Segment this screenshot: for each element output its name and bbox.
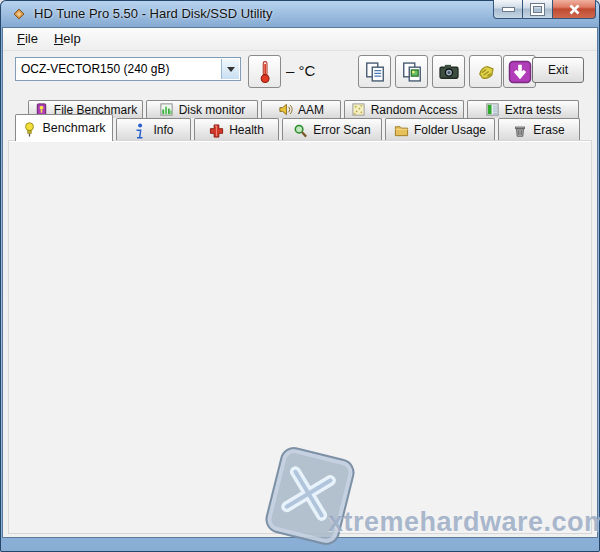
maximize-button[interactable]: [523, 0, 553, 19]
copy-pages-icon: [364, 61, 386, 83]
tab-folder-usage[interactable]: Folder Usage: [385, 118, 495, 141]
folder-icon: [394, 123, 409, 138]
menu-item-file[interactable]: File: [9, 28, 46, 46]
hdtune-logo-icon: [12, 7, 26, 21]
temperature-button[interactable]: [248, 55, 281, 88]
exit-button[interactable]: Exit: [532, 57, 584, 83]
copy-image-button[interactable]: [395, 55, 428, 88]
minimize-icon: [503, 8, 514, 11]
temperature-value: –: [286, 62, 294, 79]
tab-label: Benchmark: [42, 121, 105, 135]
watermark-text: xtremehardware.com: [328, 507, 600, 538]
temperature-display: – °C: [286, 62, 315, 79]
tab-info[interactable]: Info: [116, 118, 191, 141]
tab-label: Error Scan: [313, 123, 370, 137]
menu-item-help[interactable]: Help: [46, 28, 89, 46]
title-bar[interactable]: HD Tune Pro 5.50 - Hard Disk/SSD Utility: [0, 0, 600, 28]
extra-tests-icon: [485, 102, 500, 117]
minimize-button[interactable]: [493, 0, 523, 19]
screenshot-button[interactable]: [432, 55, 465, 88]
sparkplug-icon: [22, 121, 37, 136]
temperature-unit: °C: [299, 62, 316, 79]
tab-label: Random Access: [371, 103, 458, 117]
tab-benchmark[interactable]: Benchmark: [15, 114, 113, 141]
chevron-down-icon[interactable]: [221, 59, 239, 79]
tab-random-access[interactable]: Random Access: [344, 100, 464, 118]
health-icon: [209, 123, 224, 138]
tab-label: Folder Usage: [414, 123, 486, 137]
trash-icon: [513, 123, 528, 138]
tab-label: Disk monitor: [179, 103, 246, 117]
copy-image-icon: [401, 61, 423, 83]
tab-label: AAM: [298, 103, 324, 117]
close-icon: [568, 4, 581, 15]
tab-label: Extra tests: [505, 103, 562, 117]
maximize-icon: [531, 4, 544, 15]
tab-disk-monitor[interactable]: Disk monitor: [146, 100, 258, 118]
speaker-icon: [278, 102, 293, 117]
drive-select-value: OCZ-VECTOR150 (240 gB): [21, 62, 170, 76]
disk-monitor-icon: [159, 102, 174, 117]
tab-aam[interactable]: AAM: [261, 100, 341, 118]
app-window: HD Tune Pro 5.50 - Hard Disk/SSD Utility…: [0, 0, 600, 552]
tab-extra-tests[interactable]: Extra tests: [467, 100, 579, 118]
tab-label: Info: [153, 123, 173, 137]
hand-icon: [475, 61, 497, 83]
random-access-icon: [351, 102, 366, 117]
client-area: FileHelp OCZ-VECTOR150 (240 gB) – °C Exi…: [3, 28, 597, 537]
close-button[interactable]: [553, 0, 596, 19]
copy-text-button[interactable]: [358, 55, 391, 88]
drive-select[interactable]: OCZ-VECTOR150 (240 gB): [15, 57, 241, 81]
save-info-button[interactable]: [469, 55, 502, 88]
tab-erase[interactable]: Erase: [498, 118, 580, 141]
download-arrow-icon: [508, 60, 532, 84]
menu-bar: FileHelp: [3, 28, 597, 51]
tab-label: Erase: [533, 123, 564, 137]
tab-error-scan[interactable]: Error Scan: [282, 118, 382, 141]
magnifier-icon: [293, 123, 308, 138]
tab-health[interactable]: Health: [194, 118, 279, 141]
window-title: HD Tune Pro 5.50 - Hard Disk/SSD Utility: [34, 6, 272, 21]
info-icon: [133, 123, 148, 138]
tab-label: Health: [229, 123, 264, 137]
camera-icon: [438, 61, 460, 83]
thermometer-icon: [256, 60, 274, 84]
